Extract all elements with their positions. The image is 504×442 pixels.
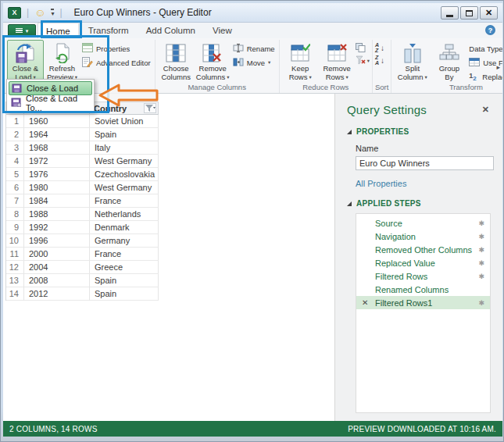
cell-country[interactable]: Czechoslovakia [90,168,159,181]
cell-country[interactable]: France [90,194,159,208]
cell-year[interactable]: 1996 [24,234,90,248]
file-menu-button[interactable]: ▾ [8,24,36,37]
cell-country[interactable]: Netherlands [90,208,159,221]
cell-country[interactable]: Denmark [90,221,159,234]
replace-values-button[interactable]: 12 Replace Values [469,71,502,82]
column-header-country[interactable]: Country [90,102,159,115]
cell-country[interactable]: Soviet Union [90,115,159,128]
step-renamed-columns[interactable]: Renamed Columns [356,283,490,296]
advanced-editor-button[interactable]: Advanced Editor [82,57,151,68]
step-source[interactable]: Source✱ [356,216,490,230]
table-row[interactable]: 11960Soviet Union [6,115,159,128]
properties-button[interactable]: Properties [82,43,151,54]
feedback-smiley-icon[interactable]: ☺ [34,7,45,18]
quick-access-dropdown-icon[interactable]: ▾ [51,9,54,16]
group-by-button[interactable]: Group By [431,40,467,82]
cell-year[interactable]: 1988 [24,208,90,221]
tab-view[interactable]: View [205,23,240,38]
button-label: Columns [161,73,191,82]
query-name-input[interactable] [356,156,494,170]
table-row[interactable]: 112000France [6,248,159,261]
applied-steps-section-header[interactable]: APPLIED STEPS [347,199,491,208]
remove-columns-button[interactable]: Remove Columns▾ [195,40,231,82]
table-row[interactable]: 142012Spain [6,287,159,301]
all-properties-link[interactable]: All Properties [347,179,491,188]
data-type-button[interactable]: Data Type: Any ▾ [469,43,502,54]
cell-country[interactable]: Spain [90,274,159,287]
step-replaced-value[interactable]: Replaced Value✱ [356,256,490,269]
cell-year[interactable]: 2000 [24,248,90,261]
close-panel-icon[interactable]: ✕ [481,103,491,116]
cell-country[interactable]: Spain [90,128,159,141]
tab-transform[interactable]: Transform [80,23,137,38]
choose-columns-button[interactable]: Choose Columns [158,40,195,82]
step-filtered-rows1[interactable]: ✕Filtered Rows1✱ [356,296,490,309]
cell-year[interactable]: 1964 [24,128,90,141]
step-filtered-rows[interactable]: Filtered Rows✱ [356,269,490,283]
split-column-button[interactable]: Split Column▾ [394,40,431,82]
gear-icon[interactable]: ✱ [478,246,484,254]
cell-year[interactable]: 1980 [24,181,90,194]
step-removed-other-columns[interactable]: Removed Other Columns✱ [356,243,490,256]
cell-year[interactable]: 1984 [24,194,90,208]
table-row[interactable]: 81988Netherlands [6,208,159,221]
table-row[interactable]: 31968Italy [6,141,159,155]
table-row[interactable]: 132008Spain [6,274,159,287]
cell-country[interactable]: France [90,248,159,261]
table-row[interactable]: 71984France [6,194,159,208]
gear-icon[interactable]: ✱ [478,299,484,307]
cell-country[interactable]: Spain [90,287,159,301]
help-icon[interactable]: ? [485,25,495,35]
maximize-button[interactable] [460,6,478,20]
table-row[interactable]: 21964Spain [6,128,159,141]
table-row[interactable]: 51976Czechoslovakia [6,168,159,181]
cell-country[interactable]: West Germany [90,181,159,194]
cell-year[interactable]: 1960 [24,115,90,128]
cell-country[interactable]: Greece [90,261,159,274]
step-navigation[interactable]: Navigation✱ [356,230,490,243]
table-row[interactable]: 91992Denmark [6,221,159,234]
close-and-load-button[interactable]: Close & Load▾ [7,40,44,82]
replace-values-icon: 12 [469,72,479,82]
sort-ascending-button[interactable]: AZ ↓ [375,43,384,53]
dropdown-arrow-icon: ▾ [268,59,270,66]
gear-icon[interactable]: ✱ [478,273,484,280]
cell-country[interactable]: Italy [90,141,159,155]
tab-home[interactable]: Home [38,23,79,38]
table-row[interactable]: 101996Germany [6,234,159,248]
filter-button[interactable] [144,103,156,113]
cell-year[interactable]: 2012 [24,287,90,301]
remove-duplicates-button[interactable] [356,43,370,53]
ribbon-tab-row: ▾ Home Transform Add Column View [3,23,502,38]
move-button[interactable]: Move ▾ [233,57,275,68]
table-row[interactable]: 61980West Germany [6,181,159,194]
refresh-preview-button[interactable]: Refresh Preview▾ [44,40,80,82]
cell-year[interactable]: 2004 [24,261,90,274]
cell-year[interactable]: 1972 [24,155,90,168]
sort-descending-button[interactable]: ZA ↓ [375,55,384,66]
cell-year[interactable]: 1992 [24,221,90,234]
cell-country[interactable]: Germany [90,234,159,248]
menu-item-close-and-load-to[interactable]: Close & Load To... [9,95,92,110]
tab-add-column[interactable]: Add Column [138,23,203,38]
table-row[interactable]: 122004Greece [6,261,159,274]
cell-year[interactable]: 1968 [24,141,90,155]
rename-button[interactable]: Rename [233,43,275,54]
gear-icon[interactable]: ✱ [478,259,484,267]
gear-icon[interactable]: ✱ [478,219,484,227]
remove-rows-button[interactable]: Remove Rows▾ [319,40,356,82]
delete-step-icon[interactable]: ✕ [362,298,375,307]
gear-icon[interactable]: ✱ [478,233,484,241]
cell-year[interactable]: 2008 [24,274,90,287]
keep-rows-icon [291,42,310,63]
table-row[interactable]: 41972West Germany [6,155,159,168]
button-label: Data Type: Any [469,45,502,53]
remove-errors-button[interactable]: ▾ [356,55,370,66]
cell-year[interactable]: 1976 [24,168,90,181]
properties-section-header[interactable]: PROPERTIES [347,127,491,136]
cell-country[interactable]: West Germany [90,155,159,168]
ribbon-overflow-icon[interactable]: ▸ [496,63,500,71]
close-window-button[interactable]: ✕ [480,6,498,20]
keep-rows-button[interactable]: Keep Rows▾ [282,40,319,82]
minimize-button[interactable] [441,6,459,20]
